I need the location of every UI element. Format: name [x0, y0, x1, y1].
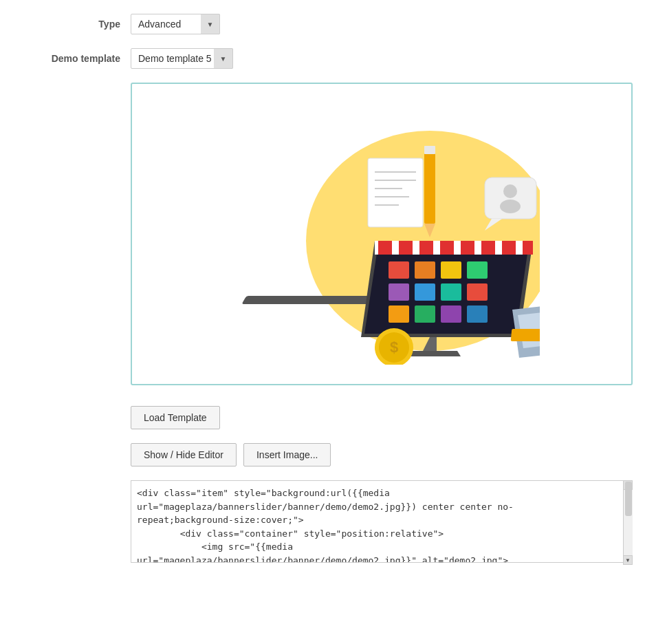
svg-rect-22 — [389, 261, 409, 279]
svg-marker-18 — [461, 241, 474, 255]
preview-box: $ — [131, 83, 633, 385]
svg-rect-27 — [415, 283, 435, 301]
svg-marker-16 — [419, 241, 433, 255]
scrollbar-thumb[interactable] — [625, 482, 632, 516]
svg-rect-33 — [467, 305, 488, 323]
svg-rect-31 — [415, 305, 435, 323]
svg-marker-20 — [502, 241, 516, 255]
svg-marker-35 — [406, 351, 461, 356]
scrollbar-arrow-down[interactable]: ▼ — [623, 555, 633, 565]
editor-area-wrapper: ▲ ▼ — [131, 480, 633, 565]
demo-select-wrapper: Demo template 1 Demo template 2 Demo tem… — [131, 48, 233, 69]
show-hide-editor-button[interactable]: Show / Hide Editor — [131, 443, 237, 466]
svg-rect-28 — [441, 283, 461, 301]
svg-rect-24 — [441, 261, 461, 279]
svg-rect-1 — [368, 158, 423, 227]
type-select[interactable]: Advanced Simple Custom — [131, 14, 220, 34]
demo-label: Demo template — [21, 53, 131, 64]
svg-rect-30 — [389, 305, 409, 323]
page-container: Type Advanced Simple Custom Demo templat… — [0, 0, 645, 579]
svg-rect-38 — [511, 329, 540, 341]
preview-illustration: $ — [132, 84, 631, 384]
svg-marker-17 — [440, 241, 454, 255]
demo-select[interactable]: Demo template 1 Demo template 2 Demo tem… — [131, 48, 233, 69]
svg-rect-32 — [441, 305, 461, 323]
load-template-row: Load Template — [131, 406, 624, 429]
editor-buttons-row: Show / Hide Editor Insert Image... — [131, 443, 624, 466]
load-template-button[interactable]: Load Template — [131, 406, 220, 429]
editor-textarea[interactable] — [131, 480, 633, 563]
svg-text:$: $ — [390, 339, 398, 356]
svg-point-44 — [503, 184, 517, 198]
type-select-wrapper: Advanced Simple Custom — [131, 14, 220, 34]
demo-template-row: Demo template Demo template 1 Demo templ… — [21, 48, 624, 69]
svg-rect-9 — [424, 146, 435, 154]
svg-rect-26 — [389, 283, 409, 301]
svg-point-45 — [500, 200, 521, 213]
svg-marker-14 — [378, 241, 392, 255]
type-row: Type Advanced Simple Custom — [21, 14, 624, 34]
svg-rect-29 — [467, 283, 488, 301]
svg-marker-15 — [399, 241, 413, 255]
type-label: Type — [21, 19, 131, 30]
svg-marker-19 — [481, 241, 495, 255]
svg-rect-23 — [415, 261, 435, 279]
scrollbar-track: ▲ ▼ — [623, 480, 633, 565]
insert-image-button[interactable]: Insert Image... — [243, 443, 331, 466]
svg-marker-21 — [523, 241, 533, 255]
svg-rect-7 — [424, 148, 435, 224]
svg-rect-25 — [467, 261, 488, 279]
illustration-svg: $ — [223, 103, 540, 365]
